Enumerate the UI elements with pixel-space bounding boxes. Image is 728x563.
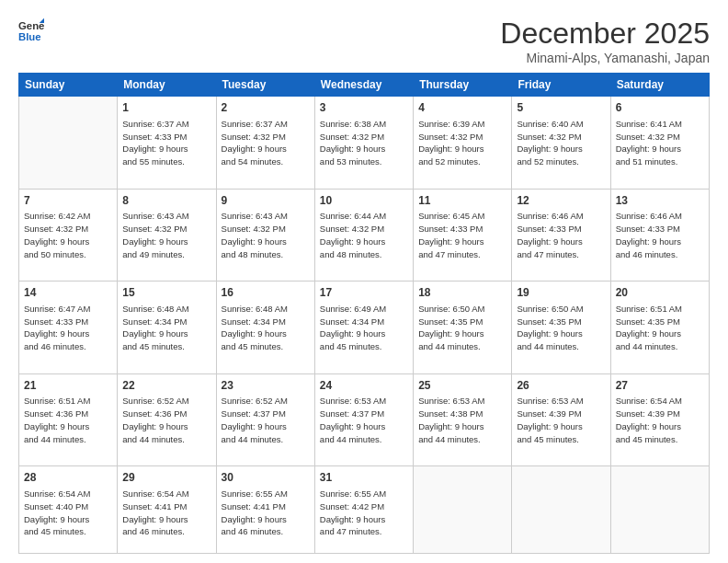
calendar-cell: 10Sunrise: 6:44 AMSunset: 4:32 PMDayligh… <box>314 189 413 282</box>
col-header-saturday: Saturday <box>610 74 709 97</box>
day-info: Sunrise: 6:48 AMSunset: 4:34 PMDaylight:… <box>122 303 210 353</box>
calendar-cell: 2Sunrise: 6:37 AMSunset: 4:32 PMDaylight… <box>216 97 314 190</box>
calendar-cell: 8Sunrise: 6:43 AMSunset: 4:32 PMDaylight… <box>118 189 216 282</box>
day-number: 21 <box>24 378 112 394</box>
calendar-cell: 7Sunrise: 6:42 AMSunset: 4:32 PMDaylight… <box>19 189 118 282</box>
day-info: Sunrise: 6:55 AMSunset: 4:42 PMDaylight:… <box>320 488 408 538</box>
calendar-week-row: 7Sunrise: 6:42 AMSunset: 4:32 PMDaylight… <box>19 189 710 282</box>
col-header-tuesday: Tuesday <box>216 74 314 97</box>
calendar-cell: 5Sunrise: 6:40 AMSunset: 4:32 PMDaylight… <box>512 97 610 190</box>
day-number: 30 <box>222 470 310 486</box>
day-info: Sunrise: 6:55 AMSunset: 4:41 PMDaylight:… <box>222 488 310 538</box>
col-header-friday: Friday <box>512 74 610 97</box>
calendar-cell <box>610 466 709 554</box>
calendar-cell: 31Sunrise: 6:55 AMSunset: 4:42 PMDayligh… <box>314 466 413 554</box>
day-info: Sunrise: 6:51 AMSunset: 4:35 PMDaylight:… <box>616 303 704 353</box>
calendar-cell: 22Sunrise: 6:52 AMSunset: 4:36 PMDayligh… <box>118 373 216 466</box>
day-info: Sunrise: 6:49 AMSunset: 4:34 PMDaylight:… <box>320 303 408 353</box>
day-info: Sunrise: 6:51 AMSunset: 4:36 PMDaylight:… <box>24 395 112 445</box>
day-info: Sunrise: 6:45 AMSunset: 4:33 PMDaylight:… <box>418 210 506 260</box>
day-number: 16 <box>222 285 310 301</box>
day-number: 15 <box>122 285 210 301</box>
day-number: 24 <box>320 378 408 394</box>
calendar-week-row: 1Sunrise: 6:37 AMSunset: 4:33 PMDaylight… <box>19 97 710 190</box>
day-info: Sunrise: 6:52 AMSunset: 4:37 PMDaylight:… <box>222 395 310 445</box>
day-info: Sunrise: 6:38 AMSunset: 4:32 PMDaylight:… <box>320 118 408 168</box>
calendar-cell: 25Sunrise: 6:53 AMSunset: 4:38 PMDayligh… <box>414 373 512 466</box>
col-header-wednesday: Wednesday <box>314 74 413 97</box>
calendar-week-row: 14Sunrise: 6:47 AMSunset: 4:33 PMDayligh… <box>19 282 710 374</box>
calendar-cell: 14Sunrise: 6:47 AMSunset: 4:33 PMDayligh… <box>19 282 118 374</box>
day-number: 8 <box>122 193 210 209</box>
calendar-cell: 26Sunrise: 6:53 AMSunset: 4:39 PMDayligh… <box>512 373 610 466</box>
calendar-cell: 18Sunrise: 6:50 AMSunset: 4:35 PMDayligh… <box>414 282 512 374</box>
day-number: 3 <box>320 100 408 116</box>
calendar-cell <box>414 466 512 554</box>
day-number: 10 <box>320 193 408 209</box>
day-number: 9 <box>222 193 310 209</box>
calendar-cell: 17Sunrise: 6:49 AMSunset: 4:34 PMDayligh… <box>314 282 413 374</box>
calendar-table: SundayMondayTuesdayWednesdayThursdayFrid… <box>18 73 710 554</box>
day-info: Sunrise: 6:40 AMSunset: 4:32 PMDaylight:… <box>517 118 605 168</box>
calendar-cell: 4Sunrise: 6:39 AMSunset: 4:32 PMDaylight… <box>414 97 512 190</box>
day-number: 25 <box>418 378 506 394</box>
calendar-cell <box>19 97 118 190</box>
calendar-cell: 29Sunrise: 6:54 AMSunset: 4:41 PMDayligh… <box>118 466 216 554</box>
calendar-cell: 30Sunrise: 6:55 AMSunset: 4:41 PMDayligh… <box>216 466 314 554</box>
day-number: 31 <box>320 470 408 486</box>
calendar-cell: 1Sunrise: 6:37 AMSunset: 4:33 PMDaylight… <box>118 97 216 190</box>
day-info: Sunrise: 6:42 AMSunset: 4:32 PMDaylight:… <box>24 210 112 260</box>
day-number: 4 <box>418 100 506 116</box>
col-header-sunday: Sunday <box>19 74 118 97</box>
col-header-thursday: Thursday <box>414 74 512 97</box>
calendar-cell: 23Sunrise: 6:52 AMSunset: 4:37 PMDayligh… <box>216 373 314 466</box>
day-info: Sunrise: 6:53 AMSunset: 4:39 PMDaylight:… <box>517 395 605 445</box>
day-info: Sunrise: 6:50 AMSunset: 4:35 PMDaylight:… <box>418 303 506 353</box>
page: General Blue December 2025 Minami-Alps, … <box>0 0 728 563</box>
day-info: Sunrise: 6:52 AMSunset: 4:36 PMDaylight:… <box>122 395 210 445</box>
day-number: 6 <box>616 100 704 116</box>
col-header-monday: Monday <box>118 74 216 97</box>
day-info: Sunrise: 6:37 AMSunset: 4:32 PMDaylight:… <box>222 118 310 168</box>
day-number: 27 <box>616 378 704 394</box>
day-number: 12 <box>517 193 605 209</box>
day-number: 14 <box>24 285 112 301</box>
day-info: Sunrise: 6:43 AMSunset: 4:32 PMDaylight:… <box>222 210 310 260</box>
day-info: Sunrise: 6:46 AMSunset: 4:33 PMDaylight:… <box>616 210 704 260</box>
logo: General Blue <box>18 17 44 42</box>
day-number: 5 <box>517 100 605 116</box>
day-info: Sunrise: 6:54 AMSunset: 4:39 PMDaylight:… <box>616 395 704 445</box>
day-number: 23 <box>222 378 310 394</box>
calendar-cell <box>512 466 610 554</box>
day-number: 28 <box>24 470 112 486</box>
title-block: December 2025 Minami-Alps, Yamanashi, Ja… <box>500 17 710 65</box>
day-info: Sunrise: 6:48 AMSunset: 4:34 PMDaylight:… <box>222 303 310 353</box>
day-number: 26 <box>517 378 605 394</box>
header: General Blue December 2025 Minami-Alps, … <box>18 17 710 65</box>
calendar-week-row: 21Sunrise: 6:51 AMSunset: 4:36 PMDayligh… <box>19 373 710 466</box>
svg-text:General: General <box>18 20 44 31</box>
day-number: 1 <box>122 100 210 116</box>
day-info: Sunrise: 6:53 AMSunset: 4:38 PMDaylight:… <box>418 395 506 445</box>
day-info: Sunrise: 6:47 AMSunset: 4:33 PMDaylight:… <box>24 303 112 353</box>
day-number: 19 <box>517 285 605 301</box>
day-info: Sunrise: 6:54 AMSunset: 4:41 PMDaylight:… <box>122 488 210 538</box>
calendar-cell: 21Sunrise: 6:51 AMSunset: 4:36 PMDayligh… <box>19 373 118 466</box>
calendar-cell: 24Sunrise: 6:53 AMSunset: 4:37 PMDayligh… <box>314 373 413 466</box>
day-number: 7 <box>24 193 112 209</box>
day-number: 17 <box>320 285 408 301</box>
calendar-cell: 28Sunrise: 6:54 AMSunset: 4:40 PMDayligh… <box>19 466 118 554</box>
day-info: Sunrise: 6:54 AMSunset: 4:40 PMDaylight:… <box>24 488 112 538</box>
calendar-cell: 3Sunrise: 6:38 AMSunset: 4:32 PMDaylight… <box>314 97 413 190</box>
calendar-cell: 12Sunrise: 6:46 AMSunset: 4:33 PMDayligh… <box>512 189 610 282</box>
calendar-header-row: SundayMondayTuesdayWednesdayThursdayFrid… <box>19 74 710 97</box>
day-info: Sunrise: 6:44 AMSunset: 4:32 PMDaylight:… <box>320 210 408 260</box>
calendar-cell: 9Sunrise: 6:43 AMSunset: 4:32 PMDaylight… <box>216 189 314 282</box>
location-subtitle: Minami-Alps, Yamanashi, Japan <box>500 51 710 65</box>
calendar-cell: 13Sunrise: 6:46 AMSunset: 4:33 PMDayligh… <box>610 189 709 282</box>
svg-text:Blue: Blue <box>18 31 41 42</box>
day-info: Sunrise: 6:37 AMSunset: 4:33 PMDaylight:… <box>122 118 210 168</box>
calendar-week-row: 28Sunrise: 6:54 AMSunset: 4:40 PMDayligh… <box>19 466 710 554</box>
calendar-cell: 16Sunrise: 6:48 AMSunset: 4:34 PMDayligh… <box>216 282 314 374</box>
day-info: Sunrise: 6:39 AMSunset: 4:32 PMDaylight:… <box>418 118 506 168</box>
